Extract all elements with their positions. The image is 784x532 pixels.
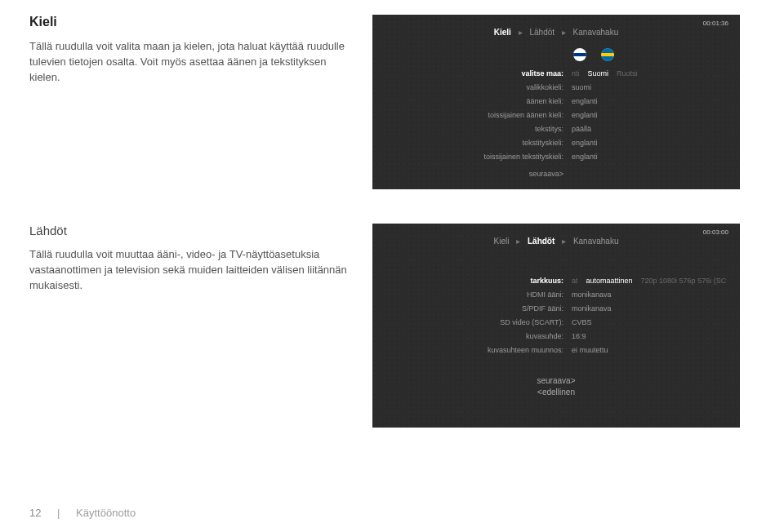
setting-value: englanti (572, 97, 598, 105)
chevron-right-icon: ▸ (519, 28, 523, 37)
clock-text: 00:03:00 (703, 228, 728, 236)
setting-label: kuvasuhde: (384, 332, 572, 340)
setting-value: englanti (572, 139, 598, 147)
clock-text: 00:01:36 (703, 20, 728, 27)
setting-value: englanti (572, 153, 598, 161)
opt-next: 720p 1080i 576p 576i (SC (641, 277, 727, 285)
flag-finland-icon (573, 48, 586, 61)
page-footer: 12 | Käyttöönotto (29, 507, 136, 519)
setting-label: tekstityskieli: (384, 139, 572, 147)
setting-row[interactable]: valitse maa: nti Suomi Ruotsi (384, 66, 728, 80)
setting-label: valikkokieli: (384, 83, 572, 91)
opt-next: Ruotsi (617, 69, 638, 78)
crumb-kanavahaku: Kanavahaku (573, 28, 619, 37)
screenshot-lahdot: 00:03:00 Kieli ▸ Lähdöt ▸ Kanavahaku tar… (372, 224, 748, 428)
setting-value: suomi (572, 83, 591, 91)
opt-prev: nti (572, 69, 580, 78)
section-lahdot: Lähdöt Tällä ruudulla voit muuttaa ääni-… (29, 224, 755, 428)
setting-value: monikanava (572, 290, 612, 299)
crumb-kieli: Kieli (494, 237, 510, 246)
chevron-right-icon: ▸ (562, 237, 566, 246)
setting-value: CVBS (572, 318, 592, 326)
crumb-lahdot: Lähdöt (529, 28, 555, 37)
setting-value-group: nti Suomi Ruotsi (572, 69, 638, 78)
body-kieli: Tällä ruudulla voit valita maan ja kiele… (29, 39, 356, 86)
heading-kieli: Kieli (29, 15, 356, 29)
crumb-kieli: Kieli (494, 28, 511, 37)
tv-screen-kieli: 00:01:36 Kieli ▸ Lähdöt ▸ Kanavahaku val… (372, 15, 740, 189)
setting-value: monikanava (572, 304, 612, 313)
setting-label: äänen kieli: (384, 97, 572, 105)
setting-label: toissijainen tekstityskieli: (384, 153, 572, 161)
nav-next[interactable]: seuraava> (384, 376, 728, 385)
setting-row[interactable]: kuvasuhde:16:9 (384, 329, 728, 343)
setting-row[interactable]: HDMI ääni:monikanava (384, 287, 728, 301)
setting-value: Suomi (588, 69, 609, 78)
text-col-kieli: Kieli Tällä ruudulla voit valita maan ja… (29, 15, 372, 189)
nav-next[interactable]: seuraava> (384, 170, 572, 178)
setting-row[interactable]: tekstitys:päällä (384, 122, 728, 135)
body-lahdot: Tällä ruudulla voit muuttaa ääni-, video… (29, 247, 356, 294)
footer-separator: | (57, 507, 60, 519)
setting-value: ei muutettu (572, 346, 608, 354)
nav-prev[interactable]: <edellinen (384, 388, 728, 397)
opt-prev: at (572, 277, 578, 285)
setting-row[interactable]: toissijainen äänen kieli:englanti (384, 108, 728, 122)
crumb-kanavahaku: Kanavahaku (573, 237, 619, 246)
page: Kieli Tällä ruudulla voit valita maan ja… (0, 0, 784, 532)
setting-row[interactable]: S/PDIF ääni:monikanava (384, 301, 728, 315)
setting-row[interactable]: tarkkuus: at automaattinen 720p 1080i 57… (384, 273, 728, 287)
screenshot-kieli: 00:01:36 Kieli ▸ Lähdöt ▸ Kanavahaku val… (372, 15, 748, 189)
setting-row[interactable]: toissijainen tekstityskieli:englanti (384, 149, 728, 163)
breadcrumb: Kieli ▸ Lähdöt ▸ Kanavahaku (384, 237, 728, 246)
setting-label: tarkkuus: (384, 277, 572, 285)
setting-value-group: at automaattinen 720p 1080i 576p 576i (S… (572, 277, 726, 285)
chevron-right-icon: ▸ (516, 237, 520, 246)
setting-value: englanti (572, 111, 598, 119)
heading-lahdot: Lähdöt (29, 224, 356, 237)
chapter-title: Käyttöönotto (76, 507, 136, 519)
setting-value: 16:9 (572, 332, 586, 340)
text-col-lahdot: Lähdöt Tällä ruudulla voit muuttaa ääni-… (29, 224, 372, 428)
page-number: 12 (29, 507, 41, 519)
setting-row[interactable]: tekstityskieli:englanti (384, 135, 728, 149)
flag-row (573, 48, 728, 61)
section-kieli: Kieli Tällä ruudulla voit valita maan ja… (29, 15, 755, 189)
setting-row[interactable]: valikkokieli:suomi (384, 80, 728, 94)
setting-value: päällä (572, 125, 591, 133)
flag-sweden-icon (601, 48, 614, 61)
setting-label: toissijainen äänen kieli: (384, 111, 572, 119)
setting-label: valitse maa: (384, 69, 572, 78)
setting-value: automaattinen (586, 277, 633, 285)
setting-row[interactable]: äänen kieli:englanti (384, 94, 728, 108)
setting-row[interactable]: kuvasuhteen muunnos:ei muutettu (384, 343, 728, 357)
nav-block: seuraava> <edellinen (384, 376, 728, 397)
setting-label: S/PDIF ääni: (384, 304, 572, 313)
setting-label: SD video (SCART): (384, 318, 572, 326)
tv-screen-lahdot: 00:03:00 Kieli ▸ Lähdöt ▸ Kanavahaku tar… (372, 224, 740, 428)
setting-row[interactable]: SD video (SCART):CVBS (384, 315, 728, 329)
crumb-lahdot: Lähdöt (528, 237, 555, 246)
setting-label: kuvasuhteen muunnos: (384, 346, 572, 354)
setting-label: HDMI ääni: (384, 290, 572, 299)
breadcrumb: Kieli ▸ Lähdöt ▸ Kanavahaku (384, 28, 728, 37)
setting-label: tekstitys: (384, 125, 572, 133)
chevron-right-icon: ▸ (562, 28, 566, 37)
